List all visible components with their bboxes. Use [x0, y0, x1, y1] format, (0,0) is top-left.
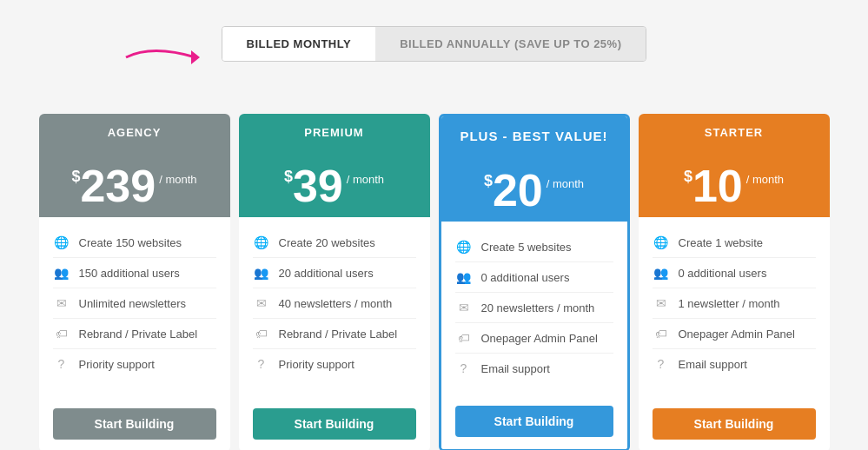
plan-price-plus: $ 20 / month [450, 168, 619, 213]
plan-price-agency: $ 239 / month [48, 163, 222, 208]
tag-icon: 🏷 [53, 325, 70, 342]
envelope-icon: ✉ [455, 299, 473, 316]
feature-item: ✉ 1 newsletter / month [653, 288, 816, 319]
feature-text: Rebrand / Private Label [79, 328, 198, 341]
cta-button-agency[interactable]: Start Building [53, 408, 216, 440]
price-period-plus: / month [547, 178, 584, 189]
feature-text: 20 newsletters / month [481, 301, 595, 314]
plan-header-agency: AGENCY [39, 114, 230, 151]
price-amount-agency: 239 [80, 163, 156, 208]
question-icon: ? [455, 360, 473, 377]
feature-item: 👥 20 additional users [253, 258, 416, 288]
price-period-agency: / month [159, 174, 196, 185]
envelope-icon: ✉ [253, 294, 270, 312]
price-amount-premium: 39 [293, 163, 343, 208]
plan-features-plus: 🌐 Create 5 websites 👥 0 additional users… [441, 222, 627, 394]
annually-tab[interactable]: BILLED ANNUALLY (SAVE UP TO 25%) [375, 27, 646, 61]
feature-item: 🏷 Rebrand / Private Label [53, 319, 216, 349]
tag-icon: 🏷 [455, 329, 473, 347]
feature-item: 👥 0 additional users [653, 258, 816, 288]
plan-header-plus: PLUS - best value! [441, 116, 627, 156]
globe-icon: 🌐 [53, 234, 70, 251]
plan-card-starter: STARTER $ 10 / month 🌐 Create 1 website … [639, 114, 830, 450]
billing-toggle: BILLED MONTHLY BILLED ANNUALLY (SAVE UP … [222, 26, 647, 62]
svg-marker-0 [191, 50, 200, 64]
cta-button-plus[interactable]: Start Building [455, 406, 613, 437]
plan-price-section-plus: $ 20 / month [441, 156, 627, 222]
globe-icon: 🌐 [253, 234, 270, 251]
feature-text: Unlimited newsletters [79, 297, 187, 310]
feature-text: Priority support [279, 358, 354, 371]
price-amount-plus: 20 [493, 168, 543, 213]
plan-features-starter: 🌐 Create 1 website 👥 0 additional users … [639, 217, 830, 396]
plan-title-premium: PREMIUM [248, 126, 421, 139]
price-dollar-starter: $ [684, 169, 692, 184]
plan-footer-plus: Start Building [441, 394, 627, 449]
feature-text: 1 newsletter / month [679, 297, 780, 310]
feature-item: ? Email support [653, 349, 816, 379]
question-icon: ? [253, 355, 270, 373]
feature-text: Rebrand / Private Label [279, 328, 398, 341]
price-amount-starter: 10 [692, 163, 743, 208]
plan-footer-starter: Start Building [639, 396, 830, 450]
feature-text: 0 additional users [679, 267, 767, 280]
plan-title-starter: STARTER [647, 126, 821, 139]
users-icon: 👥 [653, 264, 670, 281]
plan-footer-agency: Start Building [39, 396, 230, 450]
cta-button-premium[interactable]: Start Building [253, 408, 416, 440]
feature-text: 20 additional users [279, 267, 374, 280]
cta-button-starter[interactable]: Start Building [653, 408, 816, 440]
feature-item: 🏷 Onepager Admin Panel [455, 323, 613, 354]
feature-text: 0 additional users [481, 271, 570, 284]
plan-header-starter: STARTER [639, 114, 830, 151]
plan-card-agency: AGENCY $ 239 / month 🌐 Create 150 websit… [39, 114, 230, 450]
feature-item: ? Priority support [253, 349, 416, 379]
envelope-icon: ✉ [53, 294, 70, 312]
feature-item: 🌐 Create 1 website [653, 228, 816, 258]
feature-item: ✉ 40 newsletters / month [253, 288, 416, 319]
feature-item: ? Priority support [53, 349, 216, 379]
feature-item: ? Email support [455, 354, 613, 383]
plan-card-plus: PLUS - best value! $ 20 / month 🌐 Create… [439, 114, 630, 450]
feature-text: Priority support [79, 358, 155, 371]
plan-title-plus: PLUS - best value! [450, 129, 619, 143]
users-icon: 👥 [253, 264, 270, 281]
feature-item: 🌐 Create 150 websites [53, 228, 216, 258]
monthly-tab[interactable]: BILLED MONTHLY [222, 27, 376, 61]
plan-features-agency: 🌐 Create 150 websites 👥 150 additional u… [39, 217, 230, 396]
price-period-premium: / month [347, 174, 384, 185]
plan-price-section-agency: $ 239 / month [39, 151, 230, 217]
question-icon: ? [653, 355, 670, 373]
plan-price-section-starter: $ 10 / month [639, 151, 830, 217]
price-dollar-plus: $ [484, 173, 493, 189]
feature-text: Onepager Admin Panel [481, 332, 598, 345]
globe-icon: 🌐 [455, 238, 473, 255]
feature-item: 👥 150 additional users [53, 258, 216, 288]
feature-text: Email support [679, 358, 747, 371]
price-dollar-agency: $ [71, 169, 80, 184]
plans-container: AGENCY $ 239 / month 🌐 Create 150 websit… [39, 114, 830, 450]
price-dollar-premium: $ [284, 169, 293, 184]
feature-item: ✉ Unlimited newsletters [53, 288, 216, 319]
question-icon: ? [53, 355, 70, 373]
envelope-icon: ✉ [653, 294, 670, 312]
feature-item: 🏷 Onepager Admin Panel [653, 319, 816, 349]
arrow-indicator [117, 40, 213, 75]
plan-price-section-premium: $ 39 / month [239, 151, 430, 217]
plan-footer-premium: Start Building [239, 396, 430, 450]
plan-title-agency: AGENCY [48, 126, 222, 139]
feature-text: 40 newsletters / month [279, 297, 393, 310]
feature-text: Email support [481, 362, 550, 375]
feature-text: Create 1 website [679, 236, 764, 249]
plan-features-premium: 🌐 Create 20 websites 👥 20 additional use… [239, 217, 430, 396]
plan-header-premium: PREMIUM [239, 114, 430, 151]
feature-item: 🌐 Create 5 websites [455, 232, 613, 262]
feature-text: 150 additional users [79, 267, 180, 280]
users-icon: 👥 [455, 268, 473, 286]
tag-icon: 🏷 [253, 325, 270, 342]
tag-icon: 🏷 [653, 325, 670, 342]
plan-price-starter: $ 10 / month [647, 163, 821, 208]
feature-item: 🌐 Create 20 websites [253, 228, 416, 258]
feature-text: Create 5 websites [481, 241, 572, 254]
feature-text: Create 20 websites [279, 236, 375, 249]
